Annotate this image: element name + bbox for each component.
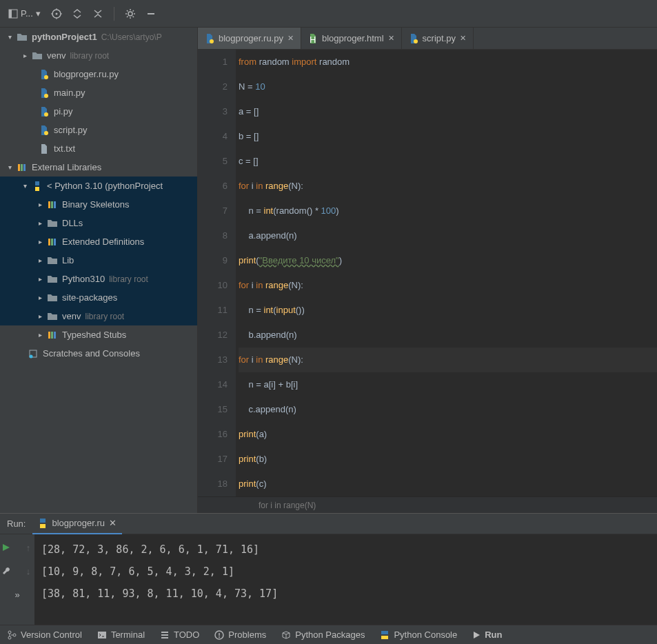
python-file-icon	[39, 88, 50, 99]
code-line[interactable]: n = a[i] + b[i]	[239, 372, 657, 397]
editor-tab[interactable]: blogproger.ru.py ✕	[198, 28, 301, 49]
tree-external-libraries[interactable]: ▾ External Libraries	[0, 158, 197, 177]
code-line[interactable]: N = 10	[239, 74, 657, 99]
tree-file[interactable]: txt.txt	[0, 139, 197, 158]
tree-lib-folder[interactable]: ▸ Python310 library root	[0, 270, 197, 288]
folder-icon	[47, 311, 58, 322]
run-tab[interactable]: blogproger.ru ✕	[32, 514, 122, 534]
folder-icon	[47, 292, 58, 303]
close-icon[interactable]: ✕	[388, 34, 394, 43]
text-file-icon	[39, 143, 50, 154]
up-icon[interactable]: ↑	[21, 540, 36, 555]
editor-tab[interactable]: H blogproger.html ✕	[301, 28, 402, 49]
expand-all-icon[interactable]	[68, 5, 86, 23]
scratches-icon	[28, 348, 39, 359]
minimize-icon[interactable]	[142, 5, 160, 23]
folder-icon	[47, 255, 58, 266]
editor-tab[interactable]: script.py ✕	[402, 28, 474, 49]
chevron-right-icon: ▸	[36, 238, 44, 245]
tree-lib-folder[interactable]: ▸ Lib	[0, 251, 197, 270]
code-line[interactable]: n = int(random() * 100)	[239, 199, 657, 223]
down-icon[interactable]: ↓	[21, 563, 36, 578]
code-line[interactable]: for i in range(N):	[239, 174, 657, 199]
code-line[interactable]: b = []	[239, 124, 657, 149]
code-line[interactable]: from random import random	[239, 50, 657, 74]
code-line[interactable]: print(b)	[239, 447, 657, 472]
svg-rect-17	[48, 201, 50, 208]
tree-lib-folder[interactable]: ▸ site-packages	[0, 288, 197, 307]
run-tool-window: Run: blogproger.ru ✕ ↑ ↓ » [28, 72, 3, 8…	[0, 513, 657, 625]
svg-rect-25	[54, 332, 56, 339]
tree-lib-folder[interactable]: ▸ Extended Definitions	[0, 232, 197, 251]
run-output[interactable]: [28, 72, 3, 86, 2, 6, 6, 1, 71, 16] [10,…	[34, 534, 657, 625]
tool-window-button[interactable]: Python Console	[380, 630, 457, 640]
python-icon	[38, 519, 48, 528]
tool-window-button[interactable]: Run	[472, 630, 502, 640]
library-icon	[17, 162, 28, 173]
folder-icon	[47, 218, 58, 229]
chevron-right-icon: ▸	[36, 312, 44, 320]
chevron-right-icon: ▸	[36, 219, 44, 227]
editor-tabs: blogproger.ru.py ✕ H blogproger.html ✕ s…	[198, 28, 657, 50]
chevron-down-icon: ▾	[36, 8, 41, 19]
tool-window-button[interactable]: Python Packages	[281, 630, 365, 640]
svg-rect-18	[51, 201, 53, 208]
tree-file[interactable]: main.py	[0, 83, 197, 102]
breadcrumb[interactable]: for i in range(N)	[198, 496, 657, 513]
code-line[interactable]: a = []	[239, 99, 657, 124]
tree-lib-folder[interactable]: ▸ Typeshed Stubs	[0, 325, 197, 344]
project-tree: ▾ pythonProject1 C:\Users\artyo\P ▸ venv…	[0, 28, 198, 513]
tool-window-button[interactable]: Problems	[214, 630, 266, 640]
svg-point-30	[414, 39, 418, 43]
close-icon[interactable]: ✕	[109, 518, 117, 528]
library-icon	[47, 199, 58, 210]
chevron-right-icon: ▸	[36, 331, 44, 339]
code-line[interactable]: b.append(n)	[239, 323, 657, 348]
svg-rect-15	[21, 164, 23, 171]
svg-point-12	[44, 112, 48, 117]
collapse-all-icon[interactable]	[89, 5, 107, 23]
python-file-icon	[39, 106, 50, 117]
tree-python-sdk[interactable]: ▾ < Python 3.10 (pythonProject	[0, 177, 197, 195]
folder-icon	[32, 50, 43, 61]
code-line[interactable]: a.append(n)	[239, 223, 657, 248]
target-icon[interactable]	[48, 5, 65, 23]
tree-lib-folder[interactable]: ▸ DLLs	[0, 214, 197, 232]
code-line[interactable]: print(a)	[239, 422, 657, 447]
code-line[interactable]: for i in range(N):	[239, 273, 657, 298]
line-gutter: 123456789101112131415161718	[198, 50, 236, 496]
tree-folder-venv[interactable]: ▸ venv library root	[0, 46, 197, 65]
console-icon	[380, 630, 390, 640]
tree-file[interactable]: script.py	[0, 121, 197, 139]
code-line[interactable]: print(c)	[239, 472, 657, 496]
wrench-icon[interactable]	[0, 563, 14, 578]
tree-scratches[interactable]: ▸ Scratches and Consoles	[0, 344, 197, 363]
svg-rect-14	[18, 164, 20, 171]
rerun-icon[interactable]	[0, 540, 14, 555]
todo-icon	[160, 630, 170, 640]
tree-file[interactable]: blogproger.ru.py	[0, 65, 197, 83]
tree-file[interactable]: pi.py	[0, 102, 197, 121]
code-line[interactable]: print("Введите 10 чисел")	[239, 248, 657, 273]
problems-icon	[214, 630, 224, 640]
tool-window-button[interactable]: Version Control	[7, 630, 82, 640]
project-selector[interactable]: P... ▾	[4, 8, 45, 19]
library-icon	[47, 330, 58, 341]
tree-lib-folder[interactable]: ▸ Binary Skeletons	[0, 195, 197, 214]
code-editor[interactable]: 123456789101112131415161718 from random …	[198, 50, 657, 496]
tree-lib-folder[interactable]: ▸ venv library root	[0, 307, 197, 325]
code-line[interactable]: n = int(input())	[239, 298, 657, 323]
code-line[interactable]: c.append(n)	[239, 397, 657, 422]
more-icon[interactable]: »	[10, 587, 25, 602]
gear-icon[interactable]	[121, 5, 139, 23]
project-root[interactable]: ▾ pythonProject1 C:\Users\artyo\P	[0, 28, 197, 46]
svg-point-10	[44, 75, 48, 79]
tool-window-button[interactable]: TODO	[160, 630, 199, 640]
close-icon[interactable]: ✕	[287, 34, 294, 43]
svg-point-27	[30, 354, 33, 358]
close-icon[interactable]: ✕	[460, 34, 466, 43]
tool-window-button[interactable]: Terminal	[97, 630, 145, 640]
terminal-icon	[97, 630, 107, 640]
code-line[interactable]: for i in range(N):	[239, 348, 657, 372]
code-line[interactable]: c = []	[239, 149, 657, 174]
